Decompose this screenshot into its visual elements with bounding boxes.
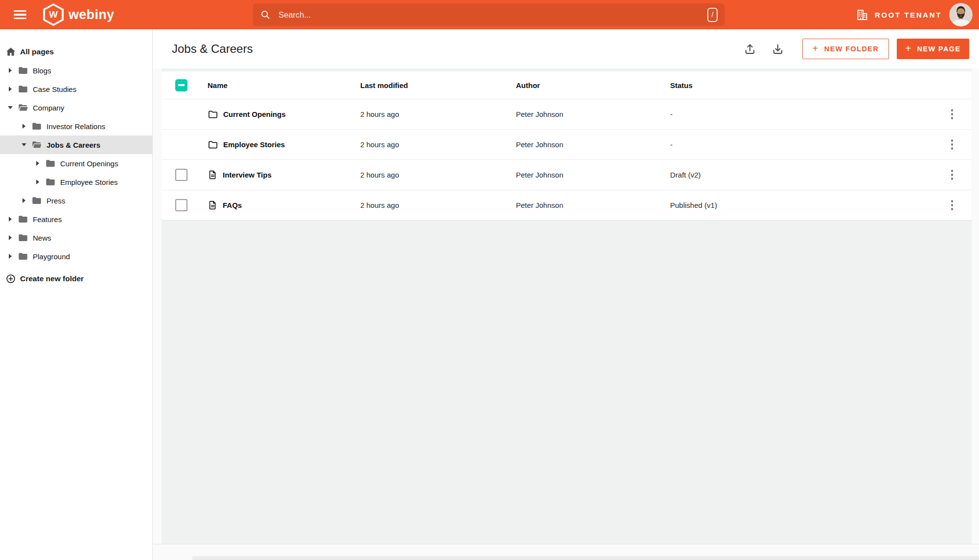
- content-panel: Name Last modified Author Status Current…: [162, 68, 972, 544]
- row-last-modified: 2 hours ago: [360, 201, 516, 209]
- chevron-down-icon[interactable]: [7, 106, 14, 109]
- row-author: Peter Johnson: [516, 110, 670, 118]
- page-icon: [208, 200, 218, 210]
- user-avatar[interactable]: [949, 3, 973, 26]
- plus-icon: +: [905, 43, 911, 54]
- folder-icon: [31, 121, 42, 132]
- folder-open-icon: [31, 139, 42, 150]
- chevron-right-icon[interactable]: [21, 124, 27, 129]
- pages-table: Name Last modified Author Status Current…: [162, 71, 972, 220]
- row-status: -: [670, 140, 932, 149]
- hamburger-menu-icon[interactable]: [14, 8, 26, 21]
- sidebar-item-playground[interactable]: Playground: [0, 247, 152, 266]
- webiny-hexagon-icon: W: [43, 3, 64, 26]
- chevron-right-icon[interactable]: [21, 198, 27, 203]
- search-input[interactable]: [278, 10, 707, 20]
- webiny-logo: W webiny: [43, 3, 114, 26]
- main-area: Jobs & Careers + NEW FOLDER + NEW PAGE N…: [153, 29, 979, 560]
- sidebar-item-all-pages[interactable]: All pages: [0, 43, 152, 61]
- chevron-right-icon[interactable]: [7, 87, 14, 91]
- sidebar-item-label: Employee Stories: [60, 178, 118, 186]
- chevron-right-icon[interactable]: [7, 254, 14, 259]
- chevron-right-icon[interactable]: [34, 161, 41, 166]
- sidebar-item-current-openings[interactable]: Current Openings: [0, 154, 152, 173]
- table-body: Current Openings 2 hours ago Peter Johns…: [162, 99, 972, 220]
- sidebar-item-label: Investor Relations: [47, 122, 105, 131]
- sidebar-item-press[interactable]: Press: [0, 191, 152, 210]
- sidebar-item-blogs[interactable]: Blogs: [0, 61, 152, 80]
- row-name[interactable]: Current Openings: [223, 110, 286, 118]
- sidebar-item-label: Press: [47, 197, 65, 205]
- sidebar-item-case-studies[interactable]: Case Studies: [0, 80, 152, 98]
- row-last-modified: 2 hours ago: [360, 110, 516, 118]
- sidebar-item-jobs-careers[interactable]: Jobs & Careers: [0, 135, 152, 154]
- folder-outline-icon: [208, 109, 218, 120]
- sidebar-item-label: Case Studies: [33, 85, 76, 93]
- row-checkbox[interactable]: [175, 169, 187, 181]
- content-header: Jobs & Careers + NEW FOLDER + NEW PAGE: [153, 29, 979, 68]
- sidebar-item-label: Company: [33, 104, 64, 112]
- row-status: Draft (v2): [670, 171, 932, 179]
- new-page-button[interactable]: + NEW PAGE: [897, 39, 969, 59]
- select-all-checkbox[interactable]: [175, 79, 187, 91]
- column-header-last-modified: Last modified: [360, 81, 516, 90]
- sidebar: All pages Blogs Case Studies Company Inv…: [0, 29, 153, 560]
- folder-icon: [31, 195, 42, 206]
- horizontal-scrollbar: [153, 544, 979, 560]
- brand-name: webiny: [69, 7, 114, 22]
- chevron-right-icon[interactable]: [7, 68, 14, 73]
- folder-icon: [45, 177, 56, 187]
- row-last-modified: 2 hours ago: [360, 171, 516, 179]
- chevron-right-icon[interactable]: [7, 217, 14, 222]
- row-name[interactable]: Interview Tips: [223, 171, 272, 179]
- plus-icon: +: [813, 43, 819, 54]
- folder-icon: [18, 214, 28, 224]
- folder-icon: [18, 232, 28, 243]
- sidebar-item-employee-stories[interactable]: Employee Stories: [0, 173, 152, 191]
- sidebar-item-label: Blogs: [33, 67, 51, 75]
- kebab-menu-icon[interactable]: [946, 165, 958, 184]
- table-row[interactable]: Interview Tips 2 hours ago Peter Johnson…: [162, 159, 972, 190]
- scrollbar-thumb[interactable]: [192, 556, 979, 560]
- sidebar-item-label: News: [33, 234, 51, 242]
- kebab-menu-icon[interactable]: [946, 135, 958, 154]
- page-icon: [208, 170, 218, 180]
- search-icon: [260, 9, 271, 20]
- chevron-right-icon[interactable]: [34, 179, 41, 184]
- chevron-down-icon[interactable]: [21, 143, 27, 146]
- create-folder-plus-icon: [5, 273, 16, 284]
- row-status: Published (v1): [670, 201, 932, 209]
- sidebar-item-investor-relations[interactable]: Investor Relations: [0, 117, 152, 135]
- table-row[interactable]: FAQs 2 hours ago Peter Johnson Published…: [162, 190, 972, 220]
- kebab-menu-icon[interactable]: [946, 105, 958, 124]
- create-new-folder-button[interactable]: Create new folder: [0, 270, 152, 288]
- row-status: -: [670, 110, 932, 118]
- sidebar-item-news[interactable]: News: [0, 228, 152, 247]
- sidebar-item-company[interactable]: Company: [0, 98, 152, 117]
- tenant-selector[interactable]: ROOT TENANT: [856, 0, 942, 29]
- row-name[interactable]: FAQs: [223, 201, 242, 209]
- table-row[interactable]: Employee Stories 2 hours ago Peter Johns…: [162, 129, 972, 159]
- upload-icon[interactable]: [744, 43, 756, 55]
- download-icon[interactable]: [771, 43, 784, 55]
- folder-open-icon: [18, 102, 28, 113]
- sidebar-item-label: All pages: [20, 47, 54, 56]
- sidebar-item-label: Playground: [33, 252, 70, 261]
- row-author: Peter Johnson: [516, 171, 670, 179]
- chevron-right-icon[interactable]: [7, 235, 14, 240]
- folder-outline-icon: [208, 139, 218, 150]
- tenant-label: ROOT TENANT: [875, 11, 942, 19]
- row-name[interactable]: Employee Stories: [223, 140, 285, 149]
- folder-icon: [45, 158, 56, 169]
- search-bar[interactable]: /: [253, 3, 724, 26]
- sidebar-item-label: Jobs & Careers: [47, 141, 100, 149]
- column-header-status: Status: [670, 81, 932, 90]
- sidebar-tree: Blogs Case Studies Company Investor Rela…: [0, 61, 152, 266]
- sidebar-item-features[interactable]: Features: [0, 210, 152, 228]
- kebab-menu-icon[interactable]: [946, 196, 958, 215]
- row-checkbox[interactable]: [175, 199, 187, 211]
- table-row[interactable]: Current Openings 2 hours ago Peter Johns…: [162, 99, 972, 129]
- row-author: Peter Johnson: [516, 201, 670, 209]
- sidebar-item-label: Features: [33, 215, 62, 224]
- new-folder-button[interactable]: + NEW FOLDER: [802, 39, 889, 59]
